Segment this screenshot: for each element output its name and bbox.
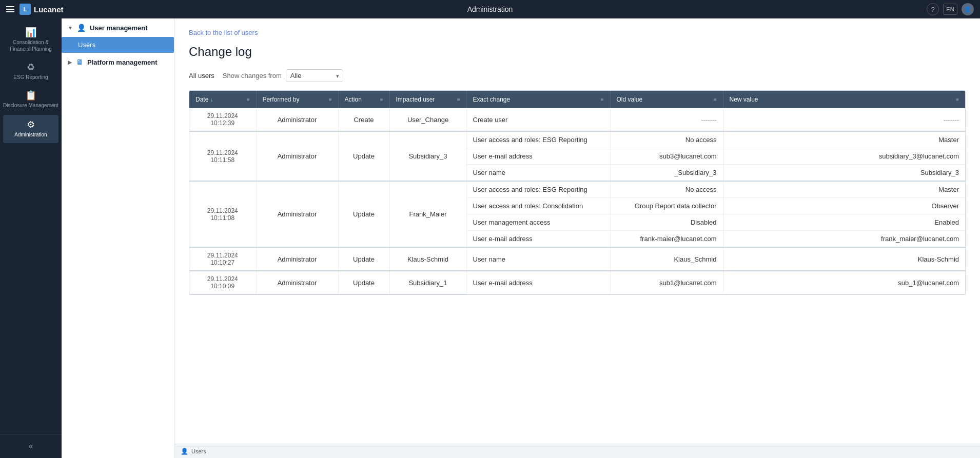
nav-item-users[interactable]: Users <box>62 37 174 53</box>
content-area: Back to the list of users Change log All… <box>174 18 980 458</box>
cell-performed-by: Administrator <box>256 271 338 294</box>
content-inner: Back to the list of users Change log All… <box>174 18 980 444</box>
cell-impacted-user: Klaus-Schmid <box>389 247 466 271</box>
cell-old-value: frank-maier@lucanet.com <box>610 231 723 248</box>
table-body: 29.11.202410:12:39AdministratorCreateUse… <box>189 108 965 294</box>
consolidation-icon: 📊 <box>25 28 36 37</box>
col-menu-new-value[interactable]: ≡ <box>956 97 959 103</box>
cell-exact-change: Create user <box>466 108 610 131</box>
cell-impacted-user: Subsidiary_3 <box>389 131 466 181</box>
esg-icon: ♻ <box>27 63 35 72</box>
cell-performed-by: Administrator <box>256 131 338 181</box>
language-selector[interactable]: EN <box>943 4 957 15</box>
col-exact-change[interactable]: Exact change ≡ <box>466 91 610 108</box>
table-row: 29.11.202410:10:09AdministratorUpdateSub… <box>189 271 965 294</box>
filter-dropdown-wrapper: Show changes from Alle Today Last 7 days… <box>223 69 343 82</box>
col-menu-action[interactable]: ≡ <box>380 97 383 103</box>
col-action[interactable]: Action ≡ <box>338 91 389 108</box>
cell-old-value: ------- <box>610 108 723 131</box>
col-old-value[interactable]: Old value ≡ <box>610 91 723 108</box>
cell-exact-change: User e-mail address <box>466 148 610 165</box>
col-menu-date[interactable]: ≡ <box>247 97 250 103</box>
sidebar-item-label: Disclosure Management <box>3 102 58 109</box>
change-log-table: Date ↓ ≡ Performed by ≡ <box>189 91 965 294</box>
topbar-right: ? EN 👤 <box>927 3 974 15</box>
cell-date: 29.11.202410:11:58 <box>189 131 256 181</box>
cell-exact-change: User e-mail address <box>466 231 610 248</box>
cell-new-value: frank_maier@lucanet.com <box>723 231 965 248</box>
cell-new-value: Master <box>723 181 965 198</box>
sidebar-item-disclosure[interactable]: 📋 Disclosure Management <box>0 86 62 114</box>
cell-date: 29.11.202410:12:39 <box>189 108 256 131</box>
logo: L Lucanet <box>19 4 64 15</box>
cell-date: 29.11.202410:10:27 <box>189 247 256 271</box>
logo-text: Lucanet <box>34 5 64 14</box>
cell-old-value: sub3@lucanet.com <box>610 148 723 165</box>
cell-exact-change: User name <box>466 165 610 182</box>
user-management-header[interactable]: ▼ 👤 User management <box>62 18 174 37</box>
col-menu-performed-by[interactable]: ≡ <box>329 97 332 103</box>
change-log-table-container: Date ↓ ≡ Performed by ≡ <box>189 90 966 295</box>
logo-icon: L <box>19 4 31 15</box>
sidebar-item-administration[interactable]: ⚙ Administration <box>3 115 58 143</box>
filter-all-users-label: All users <box>189 72 214 79</box>
user-management-section: ▼ 👤 User management Users <box>62 18 174 53</box>
cell-old-value: sub1@lucanet.com <box>610 271 723 294</box>
cell-new-value: ------- <box>723 108 965 131</box>
cell-new-value: Klaus-Schmid <box>723 247 965 271</box>
sidebar-item-esg[interactable]: ♻ ESG Reporting <box>0 57 62 86</box>
col-impacted-user[interactable]: Impacted user ≡ <box>389 91 466 108</box>
cell-old-value: No access <box>610 131 723 148</box>
cell-impacted-user: User_Change <box>389 108 466 131</box>
cell-performed-by: Administrator <box>256 108 338 131</box>
breadcrumb-bar: 👤 Users <box>174 444 980 458</box>
help-icon[interactable]: ? <box>927 3 939 15</box>
sidebar-nav: 📊 Consolidation & Financial Planning ♻ E… <box>0 18 62 434</box>
col-performed-by[interactable]: Performed by ≡ <box>256 91 338 108</box>
cell-impacted-user: Frank_Maier <box>389 181 466 247</box>
cell-new-value: Observer <box>723 198 965 214</box>
breadcrumb-icon: 👤 <box>181 448 188 455</box>
cell-exact-change: User management access <box>466 214 610 231</box>
sidebar-item-label: Administration <box>14 131 47 138</box>
left-panel: ▼ 👤 User management Users ▶ 🖥 Platform m… <box>62 18 174 458</box>
topbar-left: L Lucanet <box>6 4 64 15</box>
cell-action: Update <box>338 271 389 294</box>
cell-date: 29.11.202410:11:08 <box>189 181 256 247</box>
table-row: 29.11.202410:11:58AdministratorUpdateSub… <box>189 131 965 148</box>
col-menu-impacted-user[interactable]: ≡ <box>457 97 460 103</box>
filter-select-wrapper[interactable]: Alle Today Last 7 days Last 30 days <box>286 69 343 82</box>
sidebar-item-consolidation[interactable]: 📊 Consolidation & Financial Planning <box>0 23 62 57</box>
sidebar-collapse-button[interactable]: « <box>4 439 57 454</box>
cell-exact-change: User access and roles: Consolidation <box>466 198 610 214</box>
breadcrumb-text: Users <box>191 448 206 454</box>
back-link[interactable]: Back to the list of users <box>189 29 258 36</box>
cell-action: Create <box>338 108 389 131</box>
show-changes-from-label: Show changes from <box>223 72 282 79</box>
col-menu-exact-change[interactable]: ≡ <box>601 97 604 103</box>
filter-bar: All users Show changes from Alle Today L… <box>189 69 966 82</box>
col-new-value[interactable]: New value ≡ <box>723 91 965 108</box>
cell-old-value: Group Report data collector <box>610 198 723 214</box>
topbar: L Lucanet Administration ? EN 👤 <box>0 0 980 18</box>
user-avatar[interactable]: 👤 <box>962 3 974 15</box>
filter-dropdown[interactable]: Alle Today Last 7 days Last 30 days <box>286 69 343 82</box>
platform-management-header[interactable]: ▶ 🖥 Platform management <box>62 53 174 71</box>
col-date[interactable]: Date ↓ ≡ <box>189 91 256 108</box>
cell-exact-change: User access and roles: ESG Reporting <box>466 181 610 198</box>
table-header: Date ↓ ≡ Performed by ≡ <box>189 91 965 108</box>
cell-new-value: Master <box>723 131 965 148</box>
platform-management-section: ▶ 🖥 Platform management <box>62 53 174 71</box>
cell-performed-by: Administrator <box>256 181 338 247</box>
administration-icon: ⚙ <box>27 120 35 129</box>
cell-new-value: Enabled <box>723 214 965 231</box>
cell-action: Update <box>338 131 389 181</box>
col-menu-old-value[interactable]: ≡ <box>714 97 717 103</box>
hamburger-menu[interactable] <box>6 6 14 12</box>
table-row: 29.11.202410:10:27AdministratorUpdateKla… <box>189 247 965 271</box>
cell-exact-change: User access and roles: ESG Reporting <box>466 131 610 148</box>
page-title: Change log <box>189 45 966 59</box>
table-header-row: Date ↓ ≡ Performed by ≡ <box>189 91 965 108</box>
cell-old-value: No access <box>610 181 723 198</box>
cell-old-value: Klaus_Schmid <box>610 247 723 271</box>
